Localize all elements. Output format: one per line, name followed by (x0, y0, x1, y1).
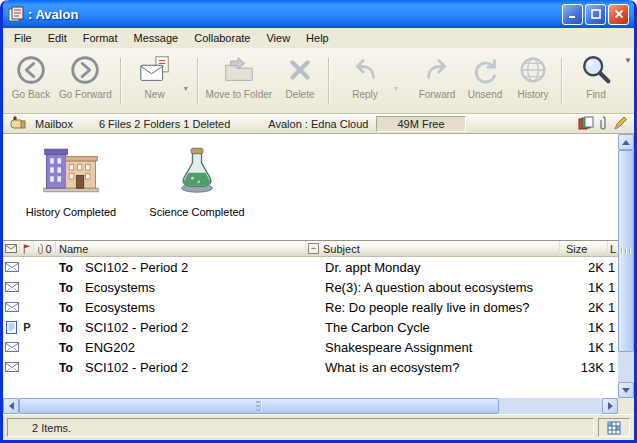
go-back-button[interactable]: Go Back (7, 50, 55, 113)
folder-label: Mailbox (35, 118, 73, 130)
delete-icon (283, 53, 317, 87)
account-name: Avalon : Edna Cloud (268, 118, 368, 130)
envelope-icon (3, 362, 20, 372)
horizontal-scroll-thumb[interactable] (19, 398, 499, 414)
menu-message[interactable]: Message (126, 29, 187, 47)
folder-icon-pane: History Completed Science Completed (3, 134, 618, 240)
message-row[interactable]: ToEcosystems Re: Do people really live i… (3, 297, 618, 317)
clipped-cell: 1 (608, 300, 618, 315)
grid-view-button[interactable] (598, 418, 630, 437)
vertical-scroll-thumb[interactable] (618, 150, 634, 352)
paperclip-icon[interactable] (599, 115, 607, 133)
shortcut-label: History Completed (15, 206, 127, 218)
shortcut-science-completed[interactable]: Science Completed (141, 144, 253, 218)
scroll-left-button[interactable] (3, 398, 19, 414)
header-subject-label: Subject (323, 243, 360, 255)
unsend-button[interactable]: Unsend (461, 50, 509, 113)
colored-pages-icon[interactable] (578, 116, 594, 132)
app-window: : Avalon File Edit Format Message Collab… (0, 0, 637, 443)
header-subject[interactable]: − Subject (306, 241, 560, 256)
recipient-prefix: To (59, 281, 85, 295)
menu-format[interactable]: Format (75, 29, 126, 47)
unsend-icon (468, 53, 502, 87)
find-icon (579, 53, 613, 87)
history-button[interactable]: History (509, 50, 557, 113)
toolbar: Go Back Go Forward New ▼ Move to Folder (3, 48, 634, 114)
menu-view[interactable]: View (258, 29, 298, 47)
toolbar-separator (197, 58, 198, 105)
message-subject: Re(3): A question about ecosystems (306, 280, 560, 295)
menu-collaborate[interactable]: Collaborate (186, 29, 258, 47)
status-bar: 2 Items. (3, 414, 634, 440)
move-to-folder-label: Move to Folder (205, 89, 272, 100)
new-dropdown-arrow[interactable]: ▼ (179, 50, 193, 113)
recipient-prefix: To (59, 361, 85, 375)
menu-file[interactable]: File (6, 29, 40, 47)
header-envelope-icon[interactable] (3, 241, 20, 256)
find-button[interactable]: Find (572, 50, 620, 113)
scroll-right-button[interactable] (602, 398, 618, 414)
move-to-folder-icon (222, 53, 256, 87)
message-size: 2K (560, 300, 608, 315)
building-icon (42, 182, 100, 199)
header-size[interactable]: Size (560, 241, 608, 256)
message-subject: What is an ecosystem? (306, 360, 560, 375)
maximize-button[interactable] (585, 4, 606, 25)
recipient-name: ENG202 (85, 340, 135, 355)
recipient-prefix: To (59, 301, 85, 315)
horizontal-scrollbar[interactable] (3, 398, 618, 414)
header-clipped-column[interactable]: L (608, 241, 618, 256)
header-flag-icon[interactable] (20, 241, 34, 256)
pen-icon[interactable] (612, 115, 628, 133)
message-row[interactable]: ToEcosystems Re(3): A question about eco… (3, 277, 618, 297)
clipped-cell: 1 (608, 360, 618, 375)
mailbox-icon (9, 116, 27, 132)
delete-button[interactable]: Delete (276, 50, 324, 113)
collapse-icon[interactable]: − (308, 243, 319, 254)
items-count-panel: 2 Items. (7, 418, 594, 437)
flag-cell: P (20, 321, 34, 333)
shortcut-label: Science Completed (141, 206, 253, 218)
toolbar-overflow-chevron[interactable]: ▼ (624, 56, 632, 65)
message-subject: Re: Do people really live in domes? (306, 300, 560, 315)
forward-button[interactable]: Forward (413, 50, 461, 113)
message-row[interactable]: ToSCI102 - Period 2 Dr. appt Monday 2K 1 (3, 257, 618, 277)
reply-icon (348, 53, 382, 87)
envelope-icon (3, 302, 20, 312)
unsend-label: Unsend (468, 89, 502, 100)
envelope-icon (3, 262, 20, 272)
close-button[interactable] (608, 4, 629, 25)
delete-label: Delete (286, 89, 315, 100)
message-row[interactable]: P ToSCI102 - Period 2 The Carbon Cycle 1… (3, 317, 618, 337)
grid-icon (607, 421, 621, 435)
info-bar: Mailbox 6 Files 2 Folders 1 Deleted Aval… (3, 114, 634, 134)
go-forward-button[interactable]: Go Forward (55, 50, 116, 113)
message-row[interactable]: ToSCI102 - Period 2 What is an ecosystem… (3, 357, 618, 377)
menu-help[interactable]: Help (298, 29, 337, 47)
horizontal-scroll-track[interactable] (19, 398, 602, 414)
vertical-scrollbar[interactable] (618, 134, 634, 398)
reply-dropdown-arrow[interactable]: ▼ (389, 50, 403, 113)
menu-edit[interactable]: Edit (40, 29, 75, 47)
clipped-cell: 1 (608, 340, 618, 355)
header-name[interactable]: Name (56, 241, 306, 256)
message-list-header: 0 Name − Subject Size L (3, 240, 618, 257)
vertical-scroll-track[interactable] (618, 150, 634, 382)
move-to-folder-button[interactable]: Move to Folder (202, 50, 276, 113)
free-space-indicator: 49M Free (376, 116, 465, 132)
message-size: 2K (560, 260, 608, 275)
toolbar-separator (561, 58, 562, 105)
shortcut-history-completed[interactable]: History Completed (15, 144, 127, 218)
scroll-up-button[interactable] (618, 134, 634, 150)
clipped-cell: 1 (608, 280, 618, 295)
history-icon (516, 53, 550, 87)
header-attachment-column[interactable]: 0 (34, 241, 56, 256)
new-button[interactable]: New (131, 50, 179, 113)
message-row[interactable]: ToENG202 Shakespeare Assignment 1K 1 (3, 337, 618, 357)
scroll-down-button[interactable] (618, 382, 634, 398)
message-size: 13K (560, 360, 608, 375)
reply-button[interactable]: Reply (341, 50, 389, 113)
title-bar[interactable]: : Avalon (3, 0, 634, 28)
envelope-icon (3, 342, 20, 352)
minimize-button[interactable] (562, 4, 583, 25)
